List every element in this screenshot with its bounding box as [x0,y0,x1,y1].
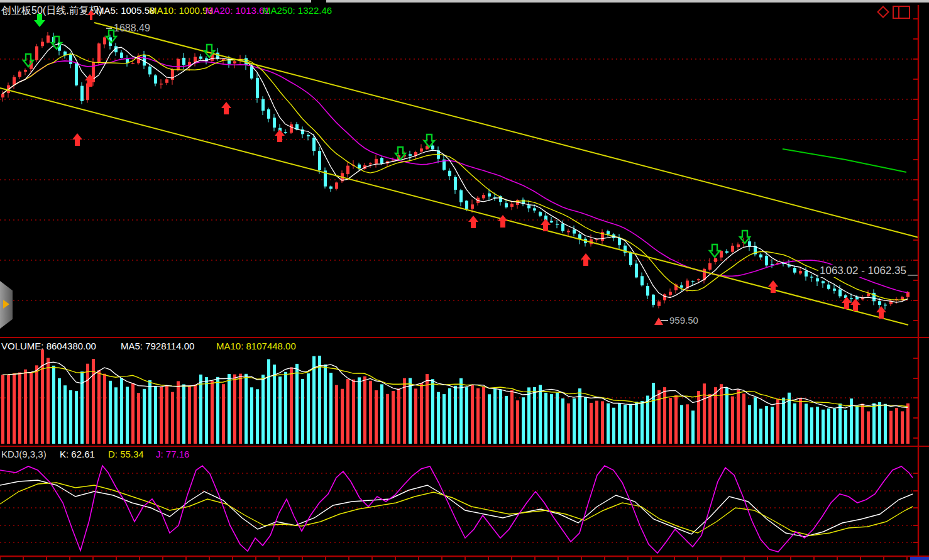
chart-svg [0,0,929,560]
split-window-icon[interactable] [893,6,910,19]
current-price-label: 1063.02 - 1062.35 [818,265,908,277]
high-price-label: 1688.49 [114,23,150,34]
high-anchor-dash [106,28,112,29]
volume-ma5-value: MA5: 7928114.00 [121,340,194,352]
volume-header: VOLUME: 8604380.00 MA5: 7928114.00 MA10:… [0,340,566,352]
low-anchor-dash [661,320,668,321]
expand-triangle-icon [3,300,9,309]
ma5-value: MA5: 1005.58 [96,4,155,17]
up-arrow-icon [87,10,95,20]
stock-chart-app: 创业板50(日线.前复权) MA5: 1005.58 MA10: 1000.93… [0,0,929,560]
ma10-value: MA10: 1000.93 [149,4,213,17]
low-price-label: 959.50 [669,315,698,326]
ma250-value: MA250: 1322.46 [263,4,332,17]
kdj-d-value: D: 55.34 [108,448,144,460]
chart-canvas[interactable] [0,0,929,560]
kdj-name: KDJ(9,3,3) [1,448,47,460]
volume-ma10-value: MA10: 8107448.00 [216,340,296,352]
main-chart-header: 创业板50(日线.前复权) MA5: 1005.58 MA10: 1000.93… [0,4,929,17]
kdj-j-value: J: 77.16 [156,448,189,460]
volume-value: VOLUME: 8604380.00 [1,340,96,352]
kdj-k-value: K: 62.61 [60,448,95,460]
kdj-header: KDJ(9,3,3) K: 62.61 D: 55.34 J: 77.16 [0,448,440,460]
scrollbar-corner [910,557,929,560]
ma20-value: MA20: 1013.61 [206,4,270,17]
top-strip-gap [311,0,326,3]
top-window-strip [0,0,929,3]
